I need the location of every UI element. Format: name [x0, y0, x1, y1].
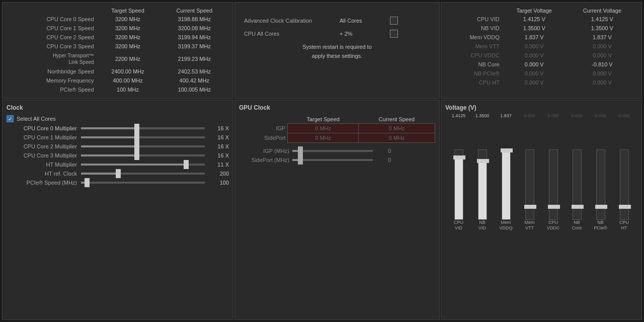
volt-row-current: -0.810 V [567, 60, 637, 69]
speed-col-name [7, 7, 96, 15]
volt-value-label: 0.000 [566, 113, 588, 118]
volt-bar-thumb[interactable] [501, 148, 513, 152]
volt-bar-thumb[interactable] [595, 205, 607, 209]
volt-bar-group [613, 149, 635, 220]
slider-track[interactable] [81, 127, 205, 129]
volt-bar-thumb[interactable] [453, 155, 465, 159]
volt-row-label: CPU VDDC [445, 51, 502, 60]
volt-bar-container[interactable] [454, 149, 463, 220]
volt-row-target: 0.000 V [502, 78, 567, 87]
speed-row-current: 3199.94 MHz [160, 33, 229, 42]
speed-row-label: Memory Frequency [7, 76, 96, 85]
volt-bar-container[interactable] [478, 149, 487, 220]
restart-message: System restart is required toapply these… [244, 43, 430, 60]
slider-track[interactable] [81, 173, 205, 175]
gpu-row-target: 0 MHz [288, 133, 358, 143]
speed-row-target: 3200 MHz [96, 24, 160, 33]
volt-row-current: 1.3500 V [567, 24, 637, 33]
volt-value-label: 1.837 [495, 113, 517, 118]
gpu-row-current: 0 MHz [358, 124, 435, 133]
volt-bar-container[interactable] [525, 149, 534, 220]
speed-row-current: 3199.37 MHz [160, 42, 229, 51]
gpu-col-current: Current Speed [358, 115, 435, 124]
volt-bar-thumb[interactable] [572, 205, 584, 209]
volt-bar-thumb[interactable] [524, 205, 536, 209]
volt-bar-group [495, 149, 517, 220]
volt-bar-container[interactable] [620, 149, 629, 220]
speed-row-label: Hyper Transport™Link Speed [7, 51, 96, 67]
speed-col-current: Current Speed [160, 7, 229, 15]
volt-row-current: 1.837 V [567, 33, 637, 42]
slider-track[interactable] [81, 136, 205, 138]
slider-value: 16 X [209, 125, 229, 131]
slider-row: CPU Core 0 Multiplier 16 X [7, 125, 229, 131]
volt-bar-label: CPUVID [447, 220, 470, 231]
volt-row-current: 0.000 V [567, 42, 637, 51]
speed-col-target: Target Speed [96, 7, 160, 15]
volt-bar-group [447, 149, 470, 220]
voltage-chart-title: Voltage (V) [445, 104, 637, 111]
speed-row-label: CPU Core 2 Speed [7, 33, 96, 42]
volt-bar-container[interactable] [596, 149, 605, 220]
select-all-checkbox[interactable]: ✓ [7, 115, 14, 122]
gpu-row-current: 0 MHz [358, 133, 435, 143]
volt-row-label: NB Core [445, 60, 502, 69]
speed-row-target: 3200 MHz [96, 15, 160, 24]
speed-panel: Target Speed Current Speed CPU Core 0 Sp… [2, 2, 233, 99]
volt-bar-thumb[interactable] [548, 205, 560, 209]
speed-row-current: 2199.23 MHz [160, 51, 229, 67]
volt-bar-fill [502, 152, 510, 219]
volt-row-target: 1.4125 V [502, 15, 567, 24]
slider-label: CPU Core 0 Multiplier [7, 125, 77, 131]
slider-track[interactable] [81, 182, 205, 184]
calib-checkbox[interactable] [390, 17, 398, 25]
speed-row-label: PCIe® Speed [7, 85, 96, 94]
volt-bar-group [566, 149, 588, 220]
cpu-all-checkbox[interactable] [390, 30, 398, 38]
calib-value: All Cores [340, 18, 390, 24]
gpu-panel: GPU Clock Target Speed Current Speed IGP… [234, 100, 440, 320]
volt-value-label: 0.000 [542, 113, 565, 118]
slider-value: 16 X [209, 134, 229, 140]
slider-track[interactable] [81, 154, 205, 156]
volt-bar-thumb[interactable] [619, 205, 631, 209]
volt-bar-container[interactable] [549, 149, 558, 220]
slider-label: HT Multiplier [7, 162, 77, 168]
gpu-slider-track[interactable] [292, 159, 373, 161]
voltage-panel: Target Voltage Current Voltage CPU VID 1… [441, 2, 642, 99]
volt-row-target: 0.000 V [502, 60, 567, 69]
cpu-all-label: CPU All Cores [244, 31, 340, 37]
speed-row-current: 400.42 MHz [160, 76, 229, 85]
volt-bar-container[interactable] [573, 149, 582, 220]
slider-track[interactable] [81, 164, 205, 166]
gpu-row-label: IGP [239, 124, 288, 133]
volt-bar-group [471, 149, 494, 220]
slider-value: 16 X [209, 143, 229, 149]
volt-bar-label: CPUHT [613, 220, 635, 231]
volt-row-current: 0.000 V [567, 69, 637, 78]
speed-row-label: CPU Core 1 Speed [7, 24, 96, 33]
volt-row-label: Mem VDDQ [445, 33, 502, 42]
speed-row-label: CPU Core 0 Speed [7, 15, 96, 24]
volt-col-name [445, 7, 502, 15]
volt-value-label: 0.000 [613, 113, 635, 118]
volt-row-label: NB PCIe® [445, 69, 502, 78]
slider-track[interactable] [81, 145, 205, 147]
slider-value: 16 X [209, 152, 229, 158]
volt-bar-fill [455, 159, 463, 219]
volt-row-current: 0.000 V [567, 78, 637, 87]
volt-bar-group [589, 149, 612, 220]
slider-row: CPU Core 2 Multiplier 16 X [7, 143, 229, 149]
speed-row-current: 3198.88 MHz [160, 15, 229, 24]
gpu-slider-track[interactable] [292, 150, 373, 152]
volt-bar-thumb[interactable] [477, 159, 489, 163]
calibration-panel: Advanced Clock Calibration All Cores CPU… [234, 2, 440, 99]
gpu-slider-label: SidePort (MHz) [239, 157, 289, 163]
gpu-row-target: 0 MHz [288, 124, 358, 133]
volt-bar-group [542, 149, 565, 220]
volt-row-target: 0.000 V [502, 42, 567, 51]
gpu-slider-value: 0 [376, 157, 391, 163]
gpu-slider-value: 0 [376, 148, 391, 154]
volt-bar-container[interactable] [502, 149, 511, 220]
gpu-slider-row: IGP (MHz) 0 [239, 148, 435, 154]
